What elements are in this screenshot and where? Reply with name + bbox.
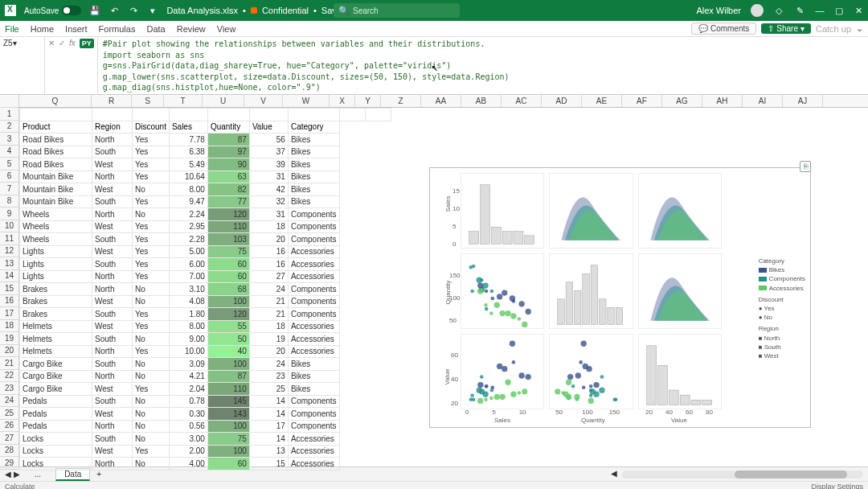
search-box[interactable]: 🔍 xyxy=(334,3,460,18)
row-header[interactable]: 27 xyxy=(0,432,18,445)
column-header[interactable]: AF xyxy=(622,95,662,107)
column-header[interactable]: S xyxy=(132,95,164,107)
sheet-tab[interactable]: ... xyxy=(27,469,49,479)
table-row[interactable]: LightsNorthYes7.006027Accessories xyxy=(20,270,391,283)
name-box[interactable]: Z5 ▾ xyxy=(0,37,45,94)
row-header[interactable]: 14 xyxy=(0,270,18,283)
close-button[interactable]: ✕ xyxy=(854,6,863,15)
enter-icon[interactable]: ✓ xyxy=(59,39,65,47)
column-header[interactable]: AE xyxy=(582,95,622,107)
ribbon-tab-review[interactable]: Review xyxy=(177,24,206,34)
row-header[interactable]: 5 xyxy=(0,158,18,171)
table-row[interactable]: Mountain BikeNorthYes10.646331Bikes xyxy=(20,171,391,183)
row-header[interactable]: 25 xyxy=(0,407,18,420)
undo-icon[interactable]: ↶ xyxy=(108,5,120,16)
row-header[interactable]: 18 xyxy=(0,320,18,333)
table-row[interactable]: PedalsWestNo0.3014314Components xyxy=(20,408,391,421)
table-row[interactable]: Cargo BikeNorthNo4.218723Bikes xyxy=(20,370,391,383)
row-header[interactable]: 3 xyxy=(0,133,18,146)
column-header[interactable]: Q xyxy=(19,95,92,107)
table-row[interactable]: BrakesWestNo4.0810021Components xyxy=(20,295,391,308)
ribbon-tab-data[interactable]: Data xyxy=(146,24,165,34)
share-button[interactable]: ⇧ Share ▾ xyxy=(761,23,811,34)
row-header[interactable]: 9 xyxy=(0,208,18,220)
table-row[interactable]: LocksNorthNo4.006015Accessories xyxy=(20,458,391,471)
column-header[interactable]: U xyxy=(203,95,244,107)
column-header[interactable]: T xyxy=(164,95,203,107)
table-row[interactable]: WheelsSouthYes2.2810320Components xyxy=(20,233,391,246)
row-header[interactable]: 26 xyxy=(0,420,18,433)
redo-icon[interactable]: ↷ xyxy=(128,5,139,16)
avatar[interactable] xyxy=(751,4,764,17)
table-row[interactable]: Road BikesNorthYes7.788756Bikes xyxy=(20,134,391,146)
table-header[interactable]: Quantity xyxy=(207,121,249,134)
row-header[interactable]: 13 xyxy=(0,257,18,270)
pairplot-chart[interactable]: ⎘ Sales Quantity Value Sales Quantity Va… xyxy=(429,167,811,428)
column-header[interactable]: AC xyxy=(502,95,542,107)
row-header[interactable]: 10 xyxy=(0,220,18,233)
table-header[interactable]: Sales xyxy=(169,121,207,134)
row-header[interactable]: 19 xyxy=(0,332,18,345)
diamond-icon[interactable]: ◇ xyxy=(773,5,784,16)
fx-icon[interactable]: fx xyxy=(69,39,76,47)
column-header[interactable]: AJ xyxy=(783,95,823,107)
column-header[interactable]: AB xyxy=(461,95,502,107)
table-row[interactable]: Cargo BikeSouthNo3.0910024Bikes xyxy=(20,358,391,371)
row-header[interactable]: 28 xyxy=(0,445,18,458)
comments-button[interactable]: 💬 Comments xyxy=(691,23,756,35)
table-row[interactable]: HelmetsNorthYes10.004020Accessories xyxy=(20,345,391,358)
ribbon-tab-insert[interactable]: Insert xyxy=(65,24,88,34)
table-row[interactable]: HelmetsWestYes8.005518Accessories xyxy=(20,320,391,333)
table-row[interactable]: LocksSouthNo3.007514Accessories xyxy=(20,433,391,446)
table-row[interactable]: Road BikesWestYes5.499039Bikes xyxy=(20,158,391,171)
row-header[interactable]: 8 xyxy=(0,195,18,208)
table-row[interactable]: WheelsNorthNo2.2412031Components xyxy=(20,208,391,221)
row-header[interactable]: 12 xyxy=(0,245,18,258)
qat-dropdown-icon[interactable]: ▾ xyxy=(147,5,158,16)
ribbon-tab-file[interactable]: File xyxy=(5,24,19,34)
table-header[interactable]: Discount xyxy=(133,121,170,134)
column-header[interactable]: Y xyxy=(355,95,381,107)
column-header[interactable]: AG xyxy=(662,95,702,107)
catch-up-button[interactable]: Catch up xyxy=(816,24,851,34)
table-row[interactable]: PedalsNorthNo0.5610017Components xyxy=(20,420,391,433)
spreadsheet-grid[interactable]: 1234567891011121314151617181920212223242… xyxy=(0,95,868,466)
chart-options-icon[interactable]: ⎘ xyxy=(800,161,811,172)
display-settings[interactable]: Display Settings xyxy=(811,483,863,490)
table-row[interactable]: Road BikesSouthYes6.389737Bikes xyxy=(20,146,391,158)
lightbulb-icon[interactable]: ✎ xyxy=(794,5,805,16)
row-header[interactable]: 11 xyxy=(0,232,18,245)
row-header[interactable]: 15 xyxy=(0,282,18,295)
row-header[interactable]: 22 xyxy=(0,370,18,383)
column-header[interactable]: W xyxy=(283,95,330,107)
row-header[interactable]: 2 xyxy=(0,121,18,134)
column-header[interactable]: X xyxy=(330,95,355,107)
table-row[interactable]: WheelsWestYes2.9511018Components xyxy=(20,220,391,233)
row-header[interactable]: 7 xyxy=(0,183,18,195)
column-header[interactable]: AA xyxy=(421,95,461,107)
python-code[interactable]: #Pair plot showing the relationships bet… xyxy=(98,37,868,94)
autosave-toggle[interactable] xyxy=(62,6,81,15)
search-input[interactable] xyxy=(353,6,455,15)
ribbon-tab-formulas[interactable]: Formulas xyxy=(99,24,136,34)
column-header[interactable]: AD xyxy=(542,95,582,107)
column-header[interactable]: AI xyxy=(743,95,783,107)
row-header[interactable]: 4 xyxy=(0,146,18,158)
column-header[interactable]: AH xyxy=(702,95,743,107)
table-header[interactable]: Category xyxy=(288,121,339,134)
row-header[interactable]: 21 xyxy=(0,357,18,370)
table-row[interactable]: Mountain BikeWestNo8.008242Bikes xyxy=(20,183,391,196)
row-header[interactable]: 6 xyxy=(0,171,18,183)
ribbon-tab-view[interactable]: View xyxy=(217,24,236,34)
table-header[interactable]: Value xyxy=(249,121,288,134)
horizontal-scrollbar[interactable]: ◀ ▶ xyxy=(622,471,863,479)
sheet-nav-icon[interactable]: ◀ ▶ xyxy=(5,470,20,479)
table-row[interactable]: BrakesSouthYes1.8012021Components xyxy=(20,308,391,321)
row-header[interactable]: 29 xyxy=(0,457,18,470)
table-header[interactable]: Product xyxy=(20,121,92,134)
table-row[interactable]: LocksWestYes2.0010013Accessories xyxy=(20,445,391,458)
table-row[interactable]: Cargo BikeWestYes2.0411025Bikes xyxy=(20,383,391,396)
row-header[interactable]: 17 xyxy=(0,307,18,320)
add-sheet-button[interactable]: + xyxy=(96,470,101,479)
table-row[interactable]: HelmetsSouthNo9.005019Accessories xyxy=(20,333,391,346)
